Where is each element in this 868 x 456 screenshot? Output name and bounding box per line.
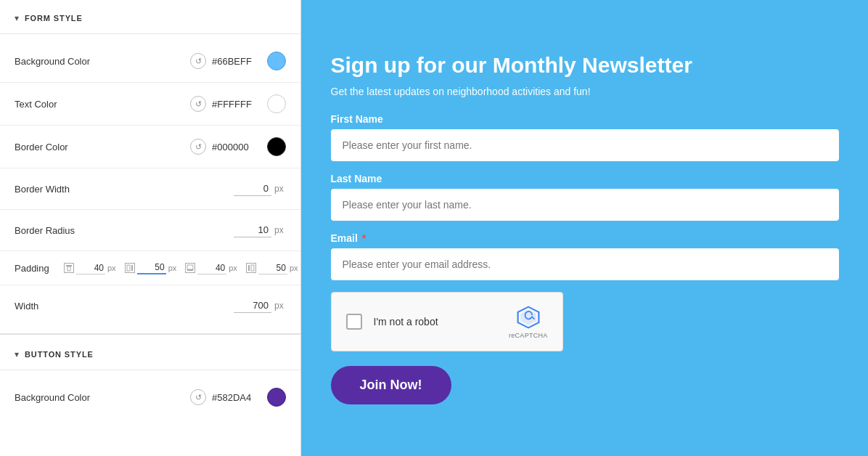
join-now-button[interactable]: Join Now! — [331, 366, 451, 404]
text-color-swatch[interactable] — [267, 94, 286, 113]
text-color-controls: ↺ #FFFFFF — [190, 94, 286, 113]
padding-top-icon — [64, 263, 74, 273]
captcha-box[interactable]: I'm not a robot reCAPTCHA — [331, 292, 563, 351]
background-color-swatch[interactable] — [267, 52, 286, 70]
button-style-label: BUTTON STYLE — [25, 350, 94, 359]
captcha-checkbox[interactable] — [346, 314, 362, 330]
chevron-down-icon: ▾ — [15, 13, 19, 23]
background-color-row: Background Color ↺ #66BEFF — [0, 41, 300, 81]
svg-rect-3 — [131, 265, 133, 271]
border-color-hex: #000000 — [212, 142, 261, 152]
svg-rect-5 — [187, 269, 193, 271]
btn-background-color-swatch[interactable] — [267, 388, 286, 407]
border-radius-unit: px — [274, 225, 286, 235]
padding-left-item: px — [246, 262, 298, 274]
form-card: Sign up for our Monthly Newsletter Get t… — [331, 52, 839, 404]
border-width-input[interactable] — [234, 182, 271, 196]
background-color-hex: #66BEFF — [212, 56, 261, 67]
form-style-section-header[interactable]: ▾ FORM STYLE — [0, 0, 300, 34]
form-subtitle: Get the latest updates on neighborhood a… — [331, 86, 839, 97]
recaptcha-brand-label: reCAPTCHA — [509, 332, 547, 339]
email-input[interactable] — [331, 248, 839, 280]
padding-top-item: px — [64, 262, 116, 274]
width-row: Width px — [0, 287, 300, 325]
svg-rect-7 — [248, 265, 250, 271]
text-color-label: Text Color — [15, 99, 190, 110]
svg-rect-1 — [67, 266, 70, 271]
captcha-logo-area: reCAPTCHA — [509, 304, 547, 339]
width-unit: px — [274, 301, 286, 311]
border-width-label: Border Width — [15, 184, 234, 195]
button-style-settings: Background Color ↺ #582DA4 — [0, 370, 300, 424]
email-required-marker: * — [362, 232, 366, 244]
background-color-reset[interactable]: ↺ — [190, 53, 206, 69]
captcha-text: I'm not a robot — [374, 316, 498, 327]
width-controls: px — [234, 298, 286, 313]
padding-right-unit: px — [168, 264, 177, 272]
padding-left-unit: px — [290, 264, 298, 272]
first-name-label: First Name — [331, 113, 839, 125]
border-color-controls: ↺ #000000 — [190, 137, 286, 156]
border-radius-input[interactable] — [234, 223, 271, 237]
left-panel: ▾ FORM STYLE Background Color ↺ #66BEFF … — [0, 0, 301, 456]
padding-top-unit: px — [107, 264, 116, 272]
first-name-input[interactable] — [331, 129, 839, 161]
svg-rect-6 — [251, 265, 254, 271]
btn-background-color-row: Background Color ↺ #582DA4 — [0, 378, 300, 417]
padding-label: Padding — [15, 263, 55, 274]
text-color-hex: #FFFFFF — [212, 99, 261, 110]
padding-right-input[interactable] — [137, 261, 166, 274]
border-color-swatch[interactable] — [267, 137, 286, 156]
form-style-label: FORM STYLE — [25, 14, 83, 23]
svg-rect-4 — [187, 265, 193, 269]
border-radius-controls: px — [234, 223, 286, 237]
padding-bottom-item: px — [185, 262, 237, 274]
border-width-row: Border Width px — [0, 170, 300, 208]
padding-bottom-unit: px — [229, 264, 237, 272]
border-width-unit: px — [274, 184, 286, 194]
padding-bottom-input[interactable] — [197, 262, 226, 274]
btn-background-color-label: Background Color — [15, 392, 190, 403]
border-radius-row: Border Radius px — [0, 211, 300, 249]
padding-left-input[interactable] — [258, 262, 287, 274]
email-label: Email * — [331, 232, 839, 244]
border-radius-label: Border Radius — [15, 225, 234, 236]
width-label: Width — [15, 301, 234, 312]
border-color-label: Border Color — [15, 142, 190, 152]
right-panel: Sign up for our Monthly Newsletter Get t… — [301, 0, 868, 456]
padding-right-item: px — [125, 261, 177, 274]
border-width-controls: px — [234, 182, 286, 196]
svg-rect-2 — [127, 265, 130, 271]
padding-top-input[interactable] — [76, 262, 105, 274]
btn-background-color-reset[interactable]: ↺ — [190, 389, 206, 405]
last-name-input[interactable] — [331, 189, 839, 221]
btn-background-color-controls: ↺ #582DA4 — [190, 388, 286, 407]
background-color-controls: ↺ #66BEFF — [190, 52, 286, 70]
padding-right-icon — [125, 263, 135, 273]
btn-background-color-hex: #582DA4 — [212, 392, 261, 403]
padding-row: Padding px px px — [0, 253, 300, 283]
form-title: Sign up for our Monthly Newsletter — [331, 52, 839, 78]
recaptcha-icon — [515, 304, 541, 330]
button-chevron-down-icon: ▾ — [15, 349, 19, 359]
border-color-row: Border Color ↺ #000000 — [0, 127, 300, 166]
background-color-label: Background Color — [15, 56, 190, 67]
padding-bottom-icon — [185, 263, 195, 273]
last-name-label: Last Name — [331, 173, 839, 184]
text-color-row: Text Color ↺ #FFFFFF — [0, 84, 300, 123]
form-style-settings: Background Color ↺ #66BEFF Text Color ↺ … — [0, 34, 300, 332]
width-input[interactable] — [234, 298, 271, 313]
button-style-section-header[interactable]: ▾ BUTTON STYLE — [0, 336, 300, 370]
border-color-reset[interactable]: ↺ — [190, 139, 206, 155]
padding-left-icon — [246, 263, 256, 273]
text-color-reset[interactable]: ↺ — [190, 96, 206, 112]
